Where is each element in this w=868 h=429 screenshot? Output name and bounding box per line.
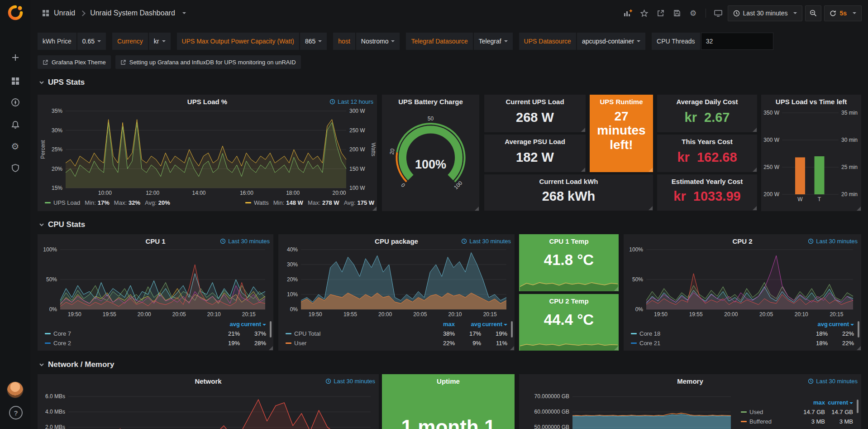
panel-title[interactable]: Current Load kWh [488,178,649,185]
load-vs-time-bar-chart[interactable]: 350 W300 W250 W200 W35 min30 min25 min20… [763,108,859,203]
topbar-actions: ⚙ Last 30 minutes 5s [621,5,862,21]
dashboard-link-plex-theme[interactable]: Grafana Plex Theme [38,55,111,69]
svg-text:300 W: 300 W [763,137,779,143]
time-range-picker[interactable]: Last 30 minutes [728,5,803,21]
panel-title[interactable]: Current UPS Load [488,98,582,106]
legend-item[interactable]: Core 18 18% 22% [631,329,854,338]
stat-value: 268 W [484,110,586,125]
legend-sort-avg[interactable]: avg [214,321,240,328]
refresh-picker[interactable]: 5s [824,5,862,21]
star-icon[interactable] [638,6,651,20]
series-color-swatch [286,342,291,344]
panel-cpu1-temp: CPU 1 Temp 41.8 °C [519,234,619,291]
sidebar: ⚙ ? [0,0,30,429]
share-icon[interactable] [654,6,668,20]
grafana-logo[interactable] [7,4,24,21]
variable-value-dropdown[interactable]: 865 [300,33,327,50]
panel-title[interactable]: UPS Runtime [592,98,650,106]
variable-value-dropdown[interactable]: 0.65 [77,33,106,50]
svg-text:20%: 20% [52,166,62,172]
legend-item[interactable]: CPU Total 38% 17% 19% [286,329,507,338]
panel-title[interactable]: UPS Battery Charge [386,98,476,106]
svg-text:50%: 50% [46,276,57,283]
panel-network: Network Last 30 minutes 6.0 MBs4.0 MBs2.… [38,374,379,429]
legend-sort-max[interactable]: max [797,399,825,406]
panel-title[interactable]: This Years Cost [661,138,754,145]
legend-sort-max[interactable]: max [429,321,455,328]
svg-text:20%: 20% [287,276,298,283]
panel-title[interactable]: Estimated Yearly Cost [661,178,754,185]
cpu-threads-input[interactable] [701,33,773,50]
variable-label: UPS Max Output Power Capacity (Watt) [177,33,299,50]
legend-scrollbar[interactable] [270,321,272,337]
legend-item[interactable]: Core 7 21% 37% [45,329,266,338]
variable-label: CPU Threads [652,33,700,50]
variable-value-dropdown[interactable]: kr [149,33,171,50]
legend-item[interactable]: Core 21 18% 22% [631,338,854,348]
panel-title[interactable]: Memory [533,377,848,385]
section-ups-stats[interactable]: UPS Stats [39,78,85,87]
legend-sort-current[interactable]: current [240,321,266,328]
panel-title[interactable]: Average Daily Cost [661,98,754,106]
battery-gauge[interactable]: 02050100100% [384,108,477,207]
network-chart[interactable]: 6.0 MBs4.0 MBs2.0 MBs [39,387,377,429]
add-panel-icon[interactable] [621,6,635,20]
zoom-out-button[interactable] [805,5,821,21]
panel-time-override: Last 30 minutes [808,238,858,245]
legend-item[interactable]: Core 2 19% 28% [45,338,266,348]
section-cpu-stats[interactable]: CPU Stats [39,220,85,229]
legend-sort-avg[interactable]: avg [801,321,828,328]
panel-title[interactable]: UPS Load % [51,98,363,106]
panel-title[interactable]: UPS Load vs Time left [764,98,858,106]
legend-sort-current[interactable]: current [481,321,507,328]
panel-title[interactable]: CPU 2 Temp [523,297,615,305]
legend-sort-current[interactable]: current [828,321,854,328]
breadcrumb-caret-icon[interactable] [182,12,186,14]
svg-text:50%: 50% [632,276,643,283]
svg-text:150 W: 150 W [349,166,365,172]
panel-cpu2-temp: CPU 2 Temp 44.4 °C [519,294,619,351]
panel-title[interactable]: CPU 1 Temp [523,237,615,245]
memory-chart[interactable]: 70.000000 GB60.000000 GB50.000000 GB [522,387,734,429]
svg-text:16:00: 16:00 [240,190,253,196]
legend-sort-current[interactable]: current [825,399,853,406]
user-avatar[interactable] [7,382,23,398]
section-network-memory[interactable]: Network / Memory [39,360,114,369]
legend-item[interactable]: UPS Load Min:17% Max:32% Avg:20% [45,199,245,206]
legend-scrollbar[interactable] [511,321,513,337]
save-icon[interactable] [670,6,684,20]
alerting-bell-icon[interactable] [0,115,30,135]
cpu1-chart[interactable]: 100%50%0%19:5019:5520:0020:0520:1020:15 [39,247,272,318]
legend-sort-avg[interactable]: avg [455,321,481,328]
dashboard-link-ups-guide[interactable]: Setting up Grafana and InfluxDB for UPS … [115,55,301,69]
dashboards-icon[interactable] [0,71,30,91]
legend-item[interactable]: User 22% 9% 11% [286,338,507,348]
legend-scrollbar[interactable] [857,400,858,413]
configuration-gear-icon[interactable]: ⚙ [0,136,30,156]
create-icon[interactable] [0,48,30,67]
server-admin-shield-icon[interactable] [0,158,30,178]
svg-text:20 min: 20 min [841,191,858,198]
legend-item[interactable]: Buffered 3 MB 3 MB [741,417,853,426]
cpu2-chart[interactable]: 100%50%0%19:5019:5520:0020:0520:1020:15 [625,247,859,318]
cpu-package-chart[interactable]: 40%30%20%10%0%19:5019:5520:0020:0520:102… [280,247,513,318]
legend-scrollbar[interactable] [858,321,859,337]
series-color-swatch [245,202,251,203]
panel-title[interactable]: Network [51,377,365,385]
breadcrumb-app[interactable]: Unraid [54,9,75,17]
series-color-swatch [45,202,51,203]
help-icon[interactable]: ? [9,406,23,419]
panel-title[interactable]: Uptime [386,377,511,385]
explore-compass-icon[interactable] [0,92,30,112]
svg-text:12:00: 12:00 [146,190,159,196]
breadcrumb-page-title[interactable]: Unraid System Dashboard [90,9,175,17]
variable-value-dropdown[interactable]: Telegraf [474,33,513,50]
legend-item[interactable]: Watts Min:148 W Max:278 W Avg:175 W [245,199,374,206]
ups-load-chart[interactable]: 35%30%25%20%15%300 W250 W200 W150 W100 W… [39,107,375,197]
variable-value-dropdown[interactable]: Nostromo [356,33,400,50]
panel-title[interactable]: Average PSU Load [488,138,582,145]
settings-gear-icon[interactable]: ⚙ [687,6,700,20]
tv-mode-icon[interactable] [711,6,725,20]
variable-value-dropdown[interactable]: apcupsd-container [577,33,645,50]
legend-item[interactable]: Used 14.7 GB 14.7 GB [741,407,853,417]
